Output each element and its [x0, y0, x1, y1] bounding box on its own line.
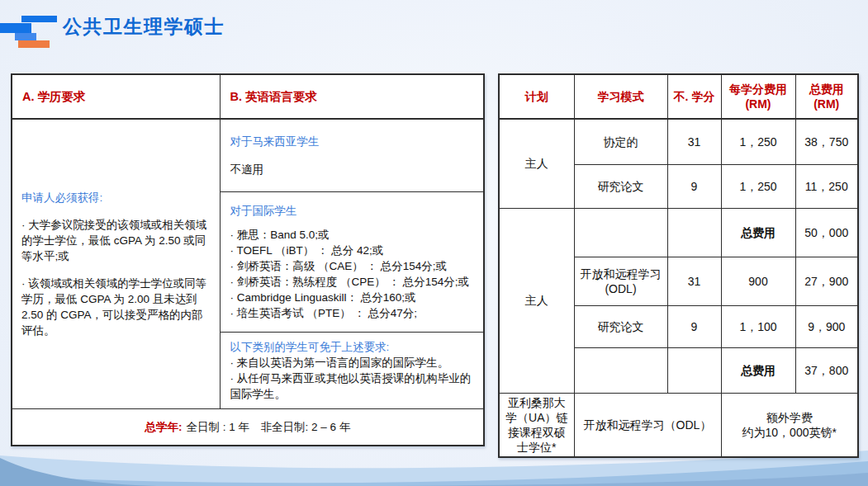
- malaysian-students-title: 对于马来西亚学生: [230, 134, 474, 149]
- per-credit-cell: 1，250: [721, 164, 795, 208]
- academic-requirements-cell: 申请人必须获得: · 大学参议院接受的该领域或相关领域的学士学位，最低 cGPA…: [12, 119, 220, 408]
- mode-cell: 开放和远程学习 (ODL): [574, 257, 667, 305]
- english-test-item: · 剑桥英语：高级 （CAE） ： 总分154分;或: [230, 258, 474, 274]
- english-test-item: · Cambridge Linguaskill： 总分160;或: [230, 290, 474, 305]
- logo-bar-icon: [15, 33, 36, 40]
- plan-cell-master-2: 主人: [499, 208, 574, 393]
- credits-cell: 9: [667, 305, 721, 347]
- academic-item: · 大学参议院接受的该领域或相关领域的学士学位，最低 cGPA 为 2.50 或…: [21, 217, 211, 264]
- credits-cell: 31: [667, 119, 721, 164]
- english-test-item: · 剑桥英语：熟练程度 （CPE） ： 总分154分;或: [230, 274, 474, 290]
- column-header-plan: 计划: [499, 74, 574, 119]
- empty-cell: [667, 208, 721, 257]
- mode-cell-ua: 开放和远程学习（ODL）: [574, 393, 721, 457]
- english-test-item: · 雅思：Band 5.0;或: [230, 227, 474, 243]
- duration-cell: 总学年:全日制 : 1 年 非全日制: 2 – 6 年: [12, 408, 484, 446]
- table-row: 亚利桑那大学（UA）链接课程双硕士学位* 开放和远程学习（ODL） 额外学费 约…: [499, 393, 858, 457]
- empty-cell: [574, 208, 667, 257]
- ua-fee-line: 额外学费: [725, 410, 855, 425]
- logo-bar-icon: [18, 40, 50, 48]
- column-header-study-mode: 学习模式: [574, 74, 667, 119]
- exemption-item: · 来自以英语为第一语言的国家的国际学生。: [230, 355, 474, 370]
- english-requirements-header: B. 英语语言要求: [220, 74, 484, 119]
- ua-fee-line: 约为10，000英镑*: [725, 425, 855, 440]
- malaysian-students-body: 不適用: [230, 162, 474, 177]
- total-cell: 27，900: [795, 257, 858, 305]
- table-row: 主人 总费用 50，000: [499, 208, 858, 257]
- total-cell: 11，250: [795, 164, 858, 208]
- credits-cell: 9: [667, 164, 721, 208]
- total-cell: 9，900: [795, 305, 858, 347]
- total-cell: 37，800: [795, 347, 858, 393]
- empty-cell: [574, 347, 667, 393]
- english-exemption-cell: 以下类别的学生可免于上述要求: · 来自以英语为第一语言的国家的国际学生。 · …: [220, 332, 484, 408]
- plan-cell-ua-dual-degree: 亚利桑那大学（UA）链接课程双硕士学位*: [499, 393, 574, 457]
- column-header-total-fee: 总费用 (RM): [795, 74, 858, 119]
- exemption-item: · 从任何马来西亚或其他以英语授课的机构毕业的国际学生。: [230, 370, 474, 402]
- column-header-fee-per-credit: 每学分费用 (RM): [721, 74, 795, 119]
- credits-cell: 31: [667, 257, 721, 305]
- per-credit-cell: 900: [721, 257, 795, 305]
- total-fee-label: 总费用: [721, 347, 795, 393]
- academic-item: · 该领域或相关领域的学士学位或同等学历，最低 CGPA 为 2.00 且未达到…: [21, 276, 211, 338]
- exemption-title: 以下类别的学生可免于上述要求:: [230, 339, 474, 355]
- duration-label: 总学年:: [145, 421, 183, 433]
- mode-cell: 研究论文: [574, 164, 667, 208]
- total-cell: 38，750: [795, 119, 858, 164]
- logo-bar-icon: [0, 23, 31, 33]
- english-test-item: · TOEFL （iBT） ： 总分 42;或: [230, 243, 474, 258]
- english-malaysian-cell: 对于马来西亚学生 不適用: [220, 119, 484, 191]
- per-credit-cell: 1，100: [721, 305, 795, 347]
- slide-background: 公共卫生理学硕士 A. 学历要求 B. 英语语言要求 申请人必须获得: · 大学…: [0, 0, 868, 486]
- page-title: 公共卫生理学硕士: [63, 14, 225, 40]
- mode-cell: 研究论文: [574, 305, 667, 347]
- total-cell: 50，000: [795, 208, 858, 257]
- duration-text: 全日制 : 1 年 非全日制: 2 – 6 年: [187, 421, 351, 433]
- logo-bar-icon: [21, 16, 57, 22]
- total-fee-label: 总费用: [721, 208, 795, 257]
- international-students-title: 对于国际学生: [230, 203, 474, 219]
- column-header-credits: 不. 学分: [667, 74, 721, 119]
- requirements-table: A. 学历要求 B. 英语语言要求 申请人必须获得: · 大学参议院接受的该领域…: [11, 73, 485, 446]
- english-international-cell: 对于国际学生 · 雅思：Band 5.0;或 · TOEFL （iBT） ： 总…: [220, 191, 484, 332]
- ua-fee-cell: 额外学费 约为10，000英镑*: [721, 393, 858, 457]
- english-test-item: · 培生英语考试 （PTE） ： 总分47分;: [230, 305, 474, 321]
- academic-requirements-header: A. 学历要求: [12, 74, 220, 119]
- empty-cell: [667, 347, 721, 393]
- mode-cell: 协定的: [574, 119, 667, 164]
- table-row: 主人 协定的 31 1，250 38，750: [499, 119, 858, 164]
- per-credit-cell: 1，250: [721, 119, 795, 164]
- fees-table: 计划 学习模式 不. 学分 每学分费用 (RM) 总费用 (RM) 主人 协定的…: [498, 73, 859, 458]
- academic-intro: 申请人必须获得:: [21, 190, 211, 205]
- plan-cell-master-1: 主人: [499, 119, 574, 208]
